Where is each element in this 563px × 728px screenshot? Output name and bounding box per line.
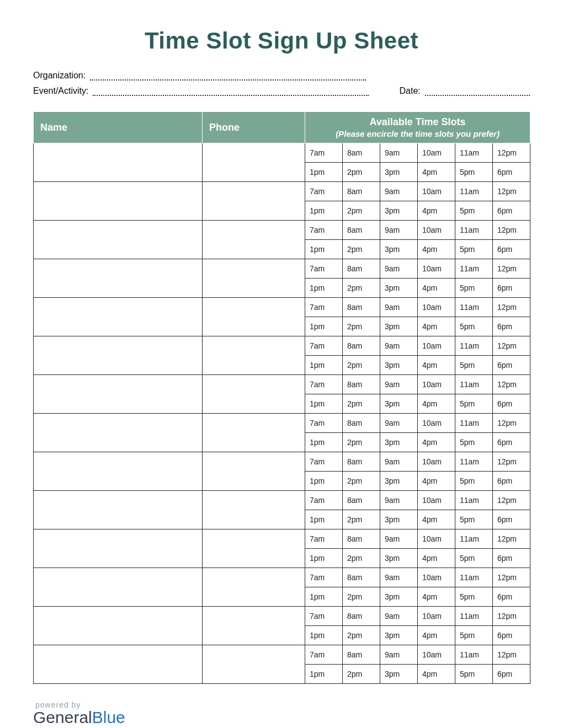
time-slot[interactable]: 11am bbox=[455, 607, 493, 626]
time-slot[interactable]: 4pm bbox=[418, 626, 455, 645]
time-slot[interactable]: 4pm bbox=[418, 163, 455, 182]
time-slot[interactable]: 8am bbox=[343, 414, 380, 433]
name-cell[interactable] bbox=[34, 143, 203, 182]
time-slot[interactable]: 11am bbox=[455, 645, 493, 665]
time-slot[interactable]: 2pm bbox=[343, 240, 380, 259]
name-cell[interactable] bbox=[34, 375, 203, 414]
phone-cell[interactable] bbox=[203, 607, 305, 645]
time-slot[interactable]: 1pm bbox=[305, 549, 343, 568]
time-slot[interactable]: 10am bbox=[418, 568, 455, 587]
time-slot[interactable]: 10am bbox=[418, 491, 455, 510]
time-slot[interactable]: 5pm bbox=[455, 626, 493, 645]
time-slot[interactable]: 12pm bbox=[493, 414, 530, 433]
time-slot[interactable]: 6pm bbox=[493, 587, 530, 607]
time-slot[interactable]: 10am bbox=[418, 143, 455, 163]
time-slot[interactable]: 6pm bbox=[493, 240, 530, 259]
time-slot[interactable]: 9am bbox=[380, 221, 418, 240]
time-slot[interactable]: 6pm bbox=[493, 472, 530, 491]
time-slot[interactable]: 8am bbox=[343, 491, 380, 510]
time-slot[interactable]: 9am bbox=[380, 259, 418, 279]
time-slot[interactable]: 4pm bbox=[418, 433, 455, 452]
time-slot[interactable]: 2pm bbox=[343, 472, 380, 491]
time-slot[interactable]: 4pm bbox=[418, 279, 455, 298]
time-slot[interactable]: 5pm bbox=[455, 394, 493, 414]
phone-cell[interactable] bbox=[203, 414, 305, 452]
time-slot[interactable]: 5pm bbox=[455, 549, 493, 568]
time-slot[interactable]: 3pm bbox=[380, 201, 418, 221]
time-slot[interactable]: 4pm bbox=[418, 394, 455, 414]
time-slot[interactable]: 11am bbox=[455, 375, 493, 394]
time-slot[interactable]: 12pm bbox=[493, 143, 530, 163]
name-cell[interactable] bbox=[34, 645, 203, 684]
time-slot[interactable]: 5pm bbox=[455, 665, 493, 684]
time-slot[interactable]: 11am bbox=[455, 182, 493, 201]
time-slot[interactable]: 3pm bbox=[380, 665, 418, 684]
time-slot[interactable]: 5pm bbox=[455, 472, 493, 491]
time-slot[interactable]: 6pm bbox=[493, 279, 530, 298]
time-slot[interactable]: 5pm bbox=[455, 279, 493, 298]
time-slot[interactable]: 8am bbox=[343, 336, 380, 356]
time-slot[interactable]: 12pm bbox=[493, 298, 530, 317]
time-slot[interactable]: 8am bbox=[343, 529, 380, 549]
time-slot[interactable]: 9am bbox=[380, 452, 418, 472]
time-slot[interactable]: 3pm bbox=[380, 510, 418, 529]
name-cell[interactable] bbox=[34, 221, 203, 259]
time-slot[interactable]: 8am bbox=[343, 298, 380, 317]
time-slot[interactable]: 7am bbox=[305, 491, 343, 510]
phone-cell[interactable] bbox=[203, 221, 305, 259]
time-slot[interactable]: 4pm bbox=[418, 472, 455, 491]
time-slot[interactable]: 11am bbox=[455, 414, 493, 433]
time-slot[interactable]: 10am bbox=[418, 298, 455, 317]
time-slot[interactable]: 10am bbox=[418, 221, 455, 240]
time-slot[interactable]: 12pm bbox=[493, 336, 530, 356]
time-slot[interactable]: 5pm bbox=[455, 163, 493, 182]
time-slot[interactable]: 5pm bbox=[455, 240, 493, 259]
time-slot[interactable]: 6pm bbox=[493, 201, 530, 221]
time-slot[interactable]: 8am bbox=[343, 221, 380, 240]
time-slot[interactable]: 1pm bbox=[305, 163, 343, 182]
time-slot[interactable]: 4pm bbox=[418, 587, 455, 607]
time-slot[interactable]: 11am bbox=[455, 336, 493, 356]
time-slot[interactable]: 1pm bbox=[305, 665, 343, 684]
time-slot[interactable]: 5pm bbox=[455, 587, 493, 607]
phone-cell[interactable] bbox=[203, 143, 305, 182]
time-slot[interactable]: 10am bbox=[418, 182, 455, 201]
time-slot[interactable]: 3pm bbox=[380, 433, 418, 452]
time-slot[interactable]: 7am bbox=[305, 259, 343, 279]
name-cell[interactable] bbox=[34, 182, 203, 221]
date-input-line[interactable] bbox=[425, 86, 530, 96]
time-slot[interactable]: 10am bbox=[418, 452, 455, 472]
time-slot[interactable]: 3pm bbox=[380, 626, 418, 645]
time-slot[interactable]: 3pm bbox=[380, 587, 418, 607]
time-slot[interactable]: 1pm bbox=[305, 201, 343, 221]
time-slot[interactable]: 6pm bbox=[493, 433, 530, 452]
name-cell[interactable] bbox=[34, 336, 203, 375]
time-slot[interactable]: 11am bbox=[455, 568, 493, 587]
time-slot[interactable]: 2pm bbox=[343, 587, 380, 607]
time-slot[interactable]: 7am bbox=[305, 375, 343, 394]
time-slot[interactable]: 12pm bbox=[493, 375, 530, 394]
time-slot[interactable]: 6pm bbox=[493, 626, 530, 645]
time-slot[interactable]: 9am bbox=[380, 645, 418, 665]
time-slot[interactable]: 8am bbox=[343, 607, 380, 626]
time-slot[interactable]: 7am bbox=[305, 452, 343, 472]
time-slot[interactable]: 12pm bbox=[493, 259, 530, 279]
time-slot[interactable]: 8am bbox=[343, 568, 380, 587]
time-slot[interactable]: 4pm bbox=[418, 317, 455, 336]
time-slot[interactable]: 7am bbox=[305, 298, 343, 317]
time-slot[interactable]: 2pm bbox=[343, 433, 380, 452]
time-slot[interactable]: 8am bbox=[343, 259, 380, 279]
time-slot[interactable]: 10am bbox=[418, 375, 455, 394]
time-slot[interactable]: 7am bbox=[305, 221, 343, 240]
time-slot[interactable]: 6pm bbox=[493, 317, 530, 336]
time-slot[interactable]: 9am bbox=[380, 414, 418, 433]
time-slot[interactable]: 7am bbox=[305, 568, 343, 587]
time-slot[interactable]: 11am bbox=[455, 529, 493, 549]
time-slot[interactable]: 5pm bbox=[455, 201, 493, 221]
time-slot[interactable]: 6pm bbox=[493, 394, 530, 414]
time-slot[interactable]: 3pm bbox=[380, 472, 418, 491]
name-cell[interactable] bbox=[34, 414, 203, 452]
time-slot[interactable]: 1pm bbox=[305, 240, 343, 259]
time-slot[interactable]: 10am bbox=[418, 607, 455, 626]
time-slot[interactable]: 9am bbox=[380, 568, 418, 587]
